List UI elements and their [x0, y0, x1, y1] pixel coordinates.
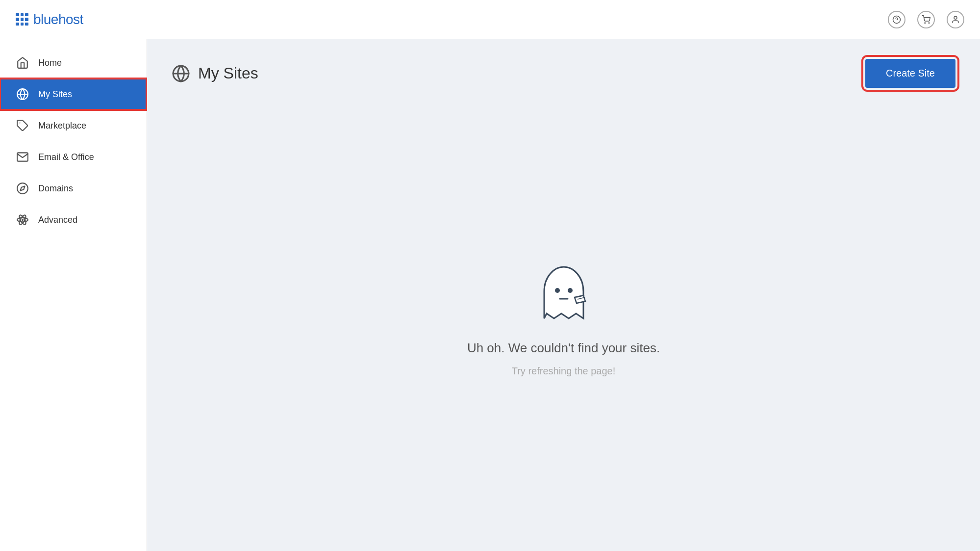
account-button[interactable] — [947, 11, 964, 28]
sidebar-item-my-sites[interactable]: My Sites — [0, 79, 147, 110]
empty-state-title: Uh oh. We couldn't find your sites. — [467, 341, 660, 356]
sidebar-item-marketplace[interactable]: Marketplace — [0, 110, 147, 141]
page-title: My Sites — [198, 64, 258, 82]
sidebar-item-email-office[interactable]: Email & Office — [0, 141, 147, 173]
wordpress-page-icon — [172, 64, 190, 83]
sidebar-item-advanced[interactable]: Advanced — [0, 204, 147, 236]
question-icon — [892, 15, 901, 24]
sidebar-item-label: Advanced — [38, 215, 77, 225]
svg-point-9 — [22, 219, 23, 220]
sidebar-item-label: Marketplace — [38, 121, 86, 131]
account-icon — [951, 15, 960, 24]
logo-grid-icon — [16, 13, 28, 26]
logo-text: bluehost — [33, 12, 83, 27]
header-actions — [888, 11, 964, 28]
empty-state-subtitle: Try refreshing the page! — [512, 366, 616, 377]
help-button[interactable] — [888, 11, 905, 28]
sidebar-item-label: Domains — [38, 184, 73, 194]
email-icon — [16, 150, 29, 164]
sidebar-item-label: Home — [38, 58, 62, 68]
svg-point-15 — [568, 288, 573, 293]
sidebar-item-label: My Sites — [38, 89, 72, 100]
logo[interactable]: bluehost — [16, 12, 83, 27]
sidebar: Home My Sites Marketplace — [0, 39, 147, 551]
page-header: My Sites Create Site — [172, 59, 955, 88]
create-site-wrapper: Create Site — [865, 59, 955, 88]
svg-point-3 — [929, 23, 930, 24]
atom-icon — [16, 213, 29, 227]
layout: Home My Sites Marketplace — [0, 39, 980, 551]
svg-marker-8 — [20, 186, 25, 190]
compass-icon — [16, 182, 29, 195]
ghost-illustration — [529, 262, 598, 331]
header: bluehost — [0, 0, 980, 39]
cart-icon — [922, 15, 930, 24]
main-content: My Sites Create Site Uh oh. We cou — [147, 39, 980, 551]
sidebar-item-home[interactable]: Home — [0, 47, 147, 79]
empty-state: Uh oh. We couldn't find your sites. Try … — [172, 107, 955, 531]
svg-point-2 — [925, 23, 926, 24]
page-title-row: My Sites — [172, 64, 258, 83]
cart-button[interactable] — [917, 11, 935, 28]
svg-point-14 — [555, 288, 560, 293]
sidebar-item-domains[interactable]: Domains — [0, 173, 147, 204]
wordpress-icon — [16, 87, 29, 101]
sidebar-item-label: Email & Office — [38, 152, 94, 162]
create-site-button[interactable]: Create Site — [865, 59, 955, 88]
home-icon — [16, 56, 29, 70]
tag-icon — [16, 119, 29, 132]
svg-point-4 — [954, 16, 957, 19]
svg-point-7 — [17, 183, 28, 194]
